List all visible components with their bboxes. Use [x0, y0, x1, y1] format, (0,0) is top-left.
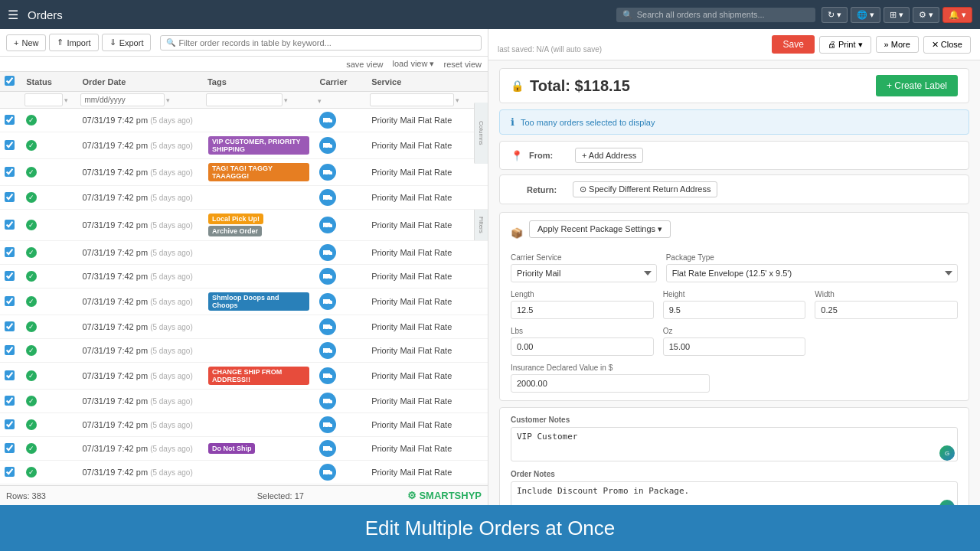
package-type-select[interactable]: Flat Rate Envelope (12.5' x 9.5') [666, 264, 958, 282]
lbs-input[interactable] [511, 337, 654, 356]
oz-input[interactable] [663, 337, 806, 356]
table-row: ✓07/31/19 7:42 pm (5 days ago)TAG! TAG! … [0, 159, 488, 186]
save-view-btn[interactable]: save view [346, 60, 383, 69]
carrier-icon [319, 217, 336, 233]
grammarly-btn-customer[interactable]: G [939, 445, 955, 461]
new-button[interactable]: + New [6, 34, 46, 51]
load-view-btn[interactable]: load view ▾ [393, 59, 435, 69]
date-filter[interactable] [80, 93, 165, 106]
notification-btn[interactable]: 🔔 ▾ [942, 7, 972, 23]
tag-badge[interactable]: VIP CUSTOMER, PRIORITY SHIPPING [208, 136, 310, 155]
tag-badge[interactable]: Archive Order [208, 226, 262, 236]
status-cell: ✓ [21, 159, 77, 186]
date-cell: 07/31/19 7:42 pm (5 days ago) [77, 109, 202, 132]
select-all-checkbox[interactable] [5, 76, 15, 86]
svg-point-4 [324, 174, 325, 176]
carrier-service-select[interactable]: Priority Mail [511, 264, 657, 282]
length-input[interactable] [511, 301, 654, 319]
refresh-btn[interactable]: ↻ ▾ [822, 7, 848, 23]
width-input[interactable] [815, 301, 958, 319]
export-icon: ⇓ [109, 37, 116, 47]
reset-view-btn[interactable]: reset view [443, 60, 482, 69]
row-checkbox[interactable] [5, 419, 15, 429]
tag-badge[interactable]: CHANGE SHIP FROM ADDRESS!! [208, 367, 310, 385]
carrier-cell [315, 186, 367, 210]
carrier-cell [315, 339, 367, 363]
package-type-label: Package Type [666, 253, 958, 262]
oz-group: Oz [663, 327, 806, 356]
settings-btn[interactable]: ⚙ ▾ [913, 7, 939, 23]
insurance-group: Insurance Declared Value in $ [511, 364, 958, 393]
svg-point-10 [324, 255, 325, 256]
table-search-input[interactable] [178, 38, 475, 47]
world-btn[interactable]: 🌐 ▾ [851, 7, 880, 23]
orders-rows: ✓07/31/19 7:42 pm (5 days ago)Priority M… [0, 109, 488, 486]
tag-badge[interactable]: Do Not Ship [208, 443, 256, 454]
carrier-service-group: Carrier Service Priority Mail [511, 253, 657, 282]
table-search[interactable]: 🔍 [160, 35, 482, 51]
service-cell: Priority Mail Flat Rate [367, 289, 488, 315]
filters-sidebar[interactable]: Filters [474, 210, 488, 240]
row-checkbox[interactable] [5, 271, 15, 281]
columns-sidebar[interactable]: Columns [474, 103, 488, 164]
row-checkbox[interactable] [5, 345, 15, 355]
apply-recent-button[interactable]: Apply Recent Package Settings ▾ [529, 220, 671, 238]
row-checkbox[interactable] [5, 370, 15, 380]
add-address-button[interactable]: + Add Address [575, 148, 643, 163]
export-button[interactable]: ⇓ Export [102, 34, 152, 51]
main-container: + New ⇑ Import ⇓ Export 🔍 save view load… [0, 29, 980, 505]
global-search[interactable]: 🔍 [616, 8, 815, 22]
row-checkbox[interactable] [5, 321, 15, 331]
customer-notes-label: Customer Notes [511, 416, 958, 424]
close-button[interactable]: ✕ Close [923, 36, 971, 54]
tags-cell: TAG! TAG! TAGGY TAAAGGG! [203, 159, 315, 186]
row-checkbox[interactable] [5, 396, 15, 406]
row-checkbox[interactable] [5, 167, 15, 177]
from-address-row: 📍 From: + Add Address [499, 141, 969, 170]
row-checkbox[interactable] [5, 115, 15, 125]
row-checkbox[interactable] [5, 220, 15, 230]
create-label-button[interactable]: + Create Label [876, 75, 958, 96]
banner-text: Edit Multiple Orders at Once [365, 517, 616, 540]
more-button[interactable]: » More [876, 36, 919, 53]
date-cell: 07/31/19 7:42 pm (5 days ago) [77, 289, 202, 315]
customer-notes-container: G [511, 427, 958, 464]
insurance-input[interactable] [511, 374, 710, 393]
order-notes-textarea[interactable] [511, 481, 958, 505]
customer-notes-textarea[interactable] [511, 427, 958, 461]
import-button[interactable]: ⇑ Import [49, 34, 98, 51]
grid-btn[interactable]: ⊞ ▾ [884, 7, 910, 23]
print-button[interactable]: 🖨 Print ▾ [819, 36, 871, 54]
date-cell: 07/31/19 7:42 pm (5 days ago) [77, 159, 202, 186]
tag-badge[interactable]: Local Pick Up! [208, 214, 263, 224]
specify-return-button[interactable]: ⊙ Specify Different Return Address [573, 181, 717, 197]
new-icon: + [14, 38, 18, 47]
save-button[interactable]: Save [772, 35, 814, 54]
row-checkbox[interactable] [5, 467, 15, 477]
view-controls: save view load view ▾ reset view [0, 57, 488, 72]
tag-badge[interactable]: Shmloop Doops and Choops [208, 292, 310, 311]
tag-badge[interactable]: TAG! TAG! TAGGY TAAAGGG! [208, 163, 310, 181]
carrier-cell [315, 315, 367, 339]
row-checkbox[interactable] [5, 140, 15, 150]
height-input[interactable] [663, 301, 806, 319]
row-checkbox[interactable] [5, 247, 15, 257]
tags-filter[interactable] [206, 93, 283, 106]
tags-cell: VIP CUSTOMER, PRIORITY SHIPPING [203, 132, 315, 159]
carrier-cell [315, 132, 367, 159]
row-checkbox[interactable] [5, 192, 15, 202]
hamburger-icon[interactable]: ☰ [8, 8, 18, 22]
status-cell: ✓ [21, 363, 77, 390]
row-checkbox[interactable] [5, 296, 15, 306]
carrier-icon [319, 244, 336, 261]
svg-point-24 [324, 427, 325, 429]
status-filter[interactable] [24, 93, 63, 106]
service-filter[interactable] [370, 93, 454, 106]
svg-point-16 [324, 329, 325, 331]
status-icon: ✓ [26, 296, 37, 307]
global-search-input[interactable] [637, 10, 805, 19]
tags-cell [203, 241, 315, 265]
date-cell: 07/31/19 7:42 pm (5 days ago) [77, 132, 202, 159]
row-checkbox[interactable] [5, 443, 15, 453]
status-icon: ✓ [26, 140, 37, 151]
